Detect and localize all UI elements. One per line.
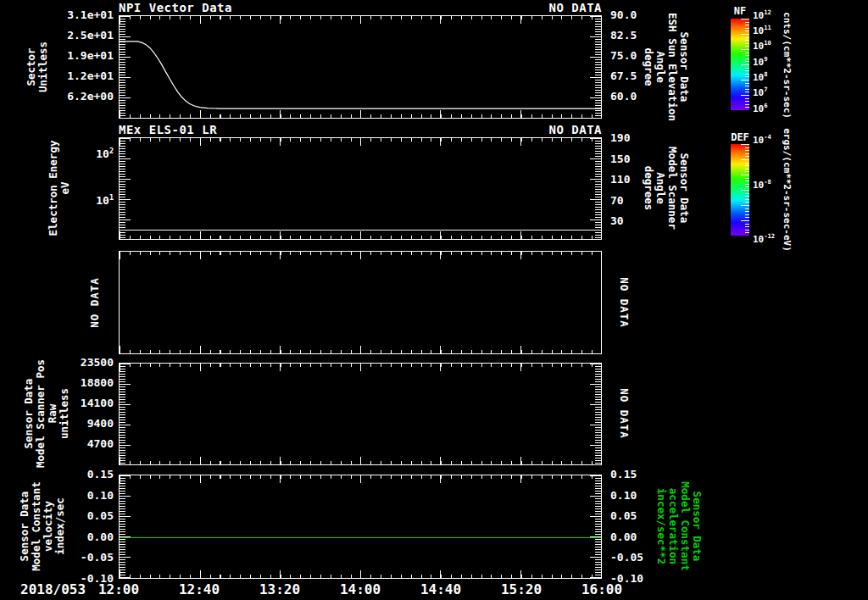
- y-major-ticks-left: [120, 138, 131, 239]
- def-colorbar: [731, 144, 749, 236]
- y-right-tick-label: 75.0: [610, 49, 671, 63]
- colorbar-tick-label: 107: [753, 88, 788, 98]
- plot-stage: NPI Vector Data NO DATA MEx ELS-01 LR NO…: [0, 0, 868, 600]
- panel3-left-no-data: NO DATA: [89, 277, 101, 328]
- y-right-tick-label: 30: [610, 214, 671, 228]
- y-major-ticks-left: [120, 475, 131, 578]
- y-tick-label: 0.05: [34, 509, 114, 523]
- y-tick-label: -0.05: [34, 551, 114, 564]
- panel2-title: MEx ELS-01 LR: [119, 124, 217, 136]
- nf-colorbar: [731, 19, 749, 110]
- y-right-tick-label: 82.5: [610, 29, 671, 42]
- y-right-tick-label: 150: [610, 153, 671, 166]
- panel3-right-no-data: NO DATA: [618, 277, 630, 328]
- y-right-tick-label: 67.5: [610, 69, 671, 83]
- date-label: 2018/053: [20, 581, 86, 597]
- def-colorbar-major-ticks: [741, 144, 749, 236]
- def-colorbar-title: DEF: [728, 131, 752, 143]
- x-tick-label: 15:20: [489, 581, 554, 597]
- x-major-ticks-bottom: [120, 570, 601, 578]
- y-major-ticks-right: [590, 364, 601, 464]
- colorbar-tick-label: 106: [753, 104, 788, 114]
- x-tick-label: 16:00: [570, 581, 634, 597]
- panel-3-no-data: [119, 251, 602, 354]
- x-major-ticks-bottom: [120, 457, 601, 464]
- y-tick-label: 4700: [34, 437, 114, 451]
- els-energy-line: [120, 230, 601, 231]
- y-right-tick-label: 0.00: [610, 531, 671, 544]
- y-right-tick-label: 90.0: [610, 8, 671, 22]
- y-tick-label: 9400: [34, 417, 114, 431]
- panel1-title: NPI Vector Data: [119, 2, 232, 14]
- y-right-tick-label: 60.0: [610, 90, 671, 103]
- y-major-ticks-left: [120, 364, 131, 464]
- sector-curve-plot: [120, 16, 601, 118]
- y-right-tick-label: -0.05: [610, 551, 671, 564]
- y-right-tick-label: 0.15: [610, 468, 671, 481]
- x-tick-label: 13:20: [248, 581, 312, 597]
- velocity-zero-line: [120, 537, 601, 538]
- y-right-tick-label: 110: [610, 173, 671, 186]
- colorbar-tick-label: 108: [753, 73, 788, 83]
- y-major-ticks-right: [590, 138, 601, 239]
- y-right-tick-label: 0.05: [610, 509, 671, 523]
- colorbar-tick-label: 109: [753, 58, 788, 68]
- x-major-ticks-bottom: [120, 231, 601, 239]
- panel4-right-no-data: NO DATA: [618, 388, 630, 439]
- panel2-title-row: MEx ELS-01 LR NO DATA: [119, 124, 602, 136]
- x-major-ticks-top: [120, 475, 601, 483]
- colorbar-tick-label: 1012: [753, 11, 788, 21]
- y-tick-label: 0.00: [34, 531, 114, 544]
- colorbar-tick-label: 10-12: [753, 235, 788, 245]
- nf-colorbar-title: NF: [728, 5, 752, 17]
- x-tick-label: 14:40: [409, 581, 473, 597]
- y-tick-label: 0.10: [34, 489, 114, 503]
- y-tick-label: 102: [34, 147, 114, 161]
- y-tick-label: 23500: [34, 356, 114, 369]
- x-major-ticks-top: [120, 138, 601, 146]
- colorbar-tick-label: 1010: [753, 42, 788, 52]
- y-tick-label: 1.9e+01: [34, 49, 114, 63]
- x-tick-label: 12:00: [86, 581, 151, 597]
- y-tick-label: 3.1e+01: [34, 8, 114, 22]
- colorbar-tick-label: 10-8: [753, 181, 788, 191]
- y-major-ticks-right: [590, 475, 601, 578]
- y-tick-label: 2.5e+01: [34, 29, 114, 42]
- colorbar-tick-label: 10-4: [753, 136, 788, 146]
- sector-curve: [120, 42, 601, 108]
- panel1-title-row: NPI Vector Data NO DATA: [119, 2, 602, 14]
- y-tick-label: 1.2e+01: [34, 69, 114, 83]
- x-major-ticks-top: [120, 364, 601, 371]
- y-right-tick-label: 70: [610, 194, 671, 208]
- x-major-ticks-top: [120, 252, 601, 259]
- panel-els: [119, 137, 602, 240]
- panel-4-scanner-pos: [119, 363, 602, 465]
- panel-npi-vector: [119, 15, 602, 119]
- y-right-tick-label: 190: [610, 131, 671, 145]
- x-major-ticks-bottom: [120, 346, 601, 353]
- x-tick-label: 12:40: [167, 581, 231, 597]
- y-tick-label: 0.15: [34, 468, 114, 481]
- panel2-no-data-label: NO DATA: [548, 124, 602, 136]
- y-tick-label: 18800: [34, 376, 114, 390]
- panel1-no-data-label: NO DATA: [548, 2, 602, 14]
- y-tick-label: 101: [34, 194, 114, 208]
- y-tick-label: 6.2e+00: [34, 90, 114, 103]
- nf-colorbar-major-ticks: [741, 19, 749, 110]
- x-tick-label: 14:00: [328, 581, 392, 597]
- panel-5-velocity: [119, 475, 602, 579]
- y-right-tick-label: 0.10: [610, 489, 671, 503]
- y-tick-label: 14100: [34, 397, 114, 410]
- colorbar-tick-label: 1011: [753, 26, 788, 36]
